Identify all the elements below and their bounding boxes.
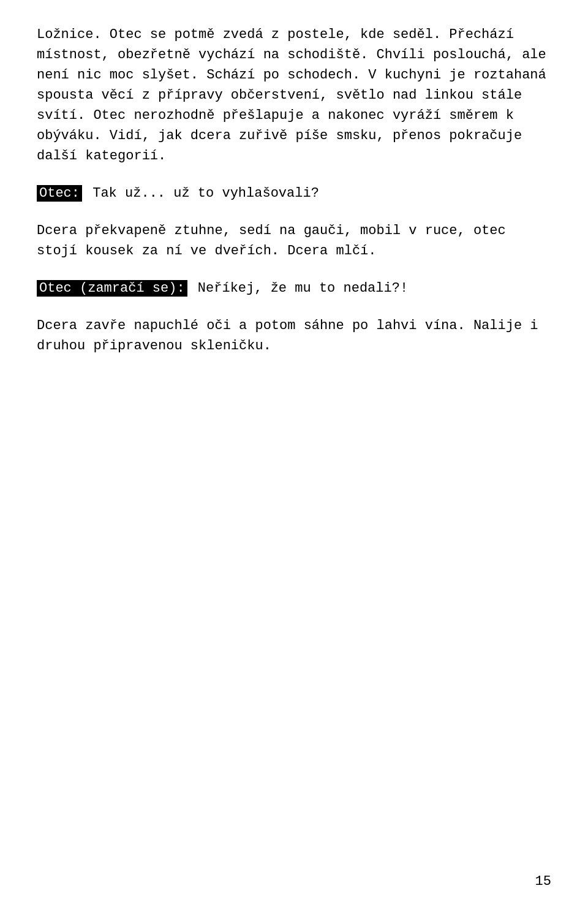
page-content: Ložnice. Otec se potmě zvedá z postele, … bbox=[0, 0, 588, 422]
paragraph-3-text: Dcera zavře napuchlé oči a potom sáhne p… bbox=[37, 318, 538, 354]
paragraph-1-text: Ložnice. Otec se potmě zvedá z postele, … bbox=[37, 27, 546, 164]
dialogue-otec-1-text: Tak už... už to vyhlašovali? bbox=[85, 186, 319, 201]
dialogue-otec-2-text: Neříkej, že mu to nedali?! bbox=[190, 281, 408, 296]
paragraph-3: Dcera zavře napuchlé oči a potom sáhne p… bbox=[37, 316, 551, 356]
speaker-tag-otec-2: Otec (zamračí se): bbox=[37, 280, 187, 297]
dialogue-otec-2: Otec (zamračí se): Neříkej, že mu to ned… bbox=[37, 278, 551, 298]
paragraph-1: Ložnice. Otec se potmě zvedá z postele, … bbox=[37, 25, 551, 166]
speaker-tag-otec-1: Otec: bbox=[37, 185, 82, 202]
paragraph-2-text: Dcera překvapeně ztuhne, sedí na gauči, … bbox=[37, 223, 506, 259]
paragraph-2: Dcera překvapeně ztuhne, sedí na gauči, … bbox=[37, 221, 551, 261]
dialogue-otec-1: Otec: Tak už... už to vyhlašovali? bbox=[37, 183, 551, 203]
page-number: 15 bbox=[535, 871, 551, 892]
